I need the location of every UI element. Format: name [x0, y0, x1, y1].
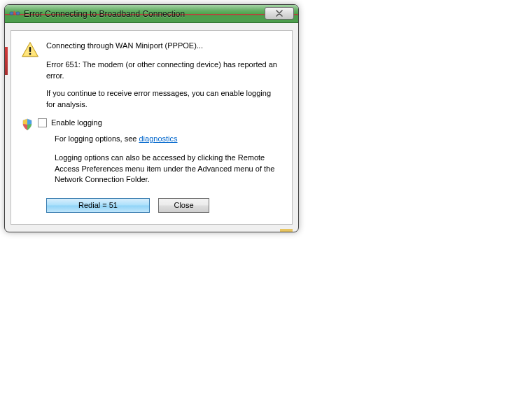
connecting-text: Connecting through WAN Miniport (PPPOE).… [46, 41, 281, 51]
message-text: Connecting through WAN Miniport (PPPOE).… [46, 41, 281, 81]
message-row: Connecting through WAN Miniport (PPPOE).… [21, 41, 281, 81]
redial-button[interactable]: Redial = 51 [46, 198, 150, 213]
logging-options-prefix: For logging options, see [55, 134, 139, 143]
error-text: Error 651: The modem (or other connectin… [46, 59, 281, 81]
app-icon [9, 8, 20, 20]
enable-logging-label: Enable logging [51, 118, 102, 127]
left-edge-accent [5, 47, 8, 75]
icon-column [21, 41, 46, 59]
enable-logging-control[interactable]: Enable logging [38, 118, 102, 127]
button-row: Redial = 51 Close [46, 198, 281, 213]
enable-logging-checkbox[interactable] [38, 118, 47, 127]
svg-rect-0 [10, 12, 13, 15]
svg-rect-1 [16, 12, 20, 15]
logging-row: Enable logging [21, 118, 281, 131]
window-close-button[interactable] [265, 7, 294, 20]
continue-text: If you continue to receive error message… [46, 88, 281, 110]
window-title: Error Connecting to Broadband Connection [24, 9, 265, 19]
bottom-accent [280, 229, 293, 232]
dialog-window: Error Connecting to Broadband Connection [4, 4, 299, 232]
close-button[interactable]: Close [158, 198, 209, 213]
svg-point-5 [29, 53, 31, 55]
svg-line-3 [14, 11, 15, 15]
shield-icon [21, 118, 34, 131]
titlebar[interactable]: Error Connecting to Broadband Connection [5, 5, 298, 23]
svg-rect-4 [29, 47, 31, 52]
logging-options-text: For logging options, see diagnostics [55, 134, 281, 144]
close-icon [275, 10, 284, 17]
content-panel: Connecting through WAN Miniport (PPPOE).… [10, 30, 293, 225]
content-wrap: Connecting through WAN Miniport (PPPOE).… [5, 23, 298, 232]
diagnostics-link[interactable]: diagnostics [139, 134, 177, 143]
logging-description: Logging options can also be accessed by … [55, 153, 281, 185]
warning-icon [21, 41, 39, 59]
